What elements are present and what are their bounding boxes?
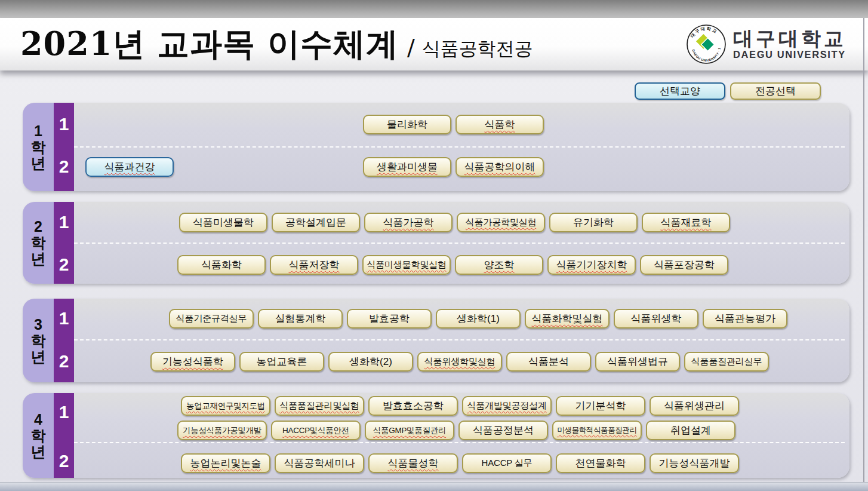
course-button[interactable]: 생화학(2) bbox=[328, 352, 413, 372]
course-row: 농업논리및논술식품공학세미나식품물성학HACCP 실무천연물화학기능성식품개발 bbox=[181, 453, 739, 473]
course-button[interactable]: 식품미생물학 bbox=[179, 213, 267, 232]
year-4-panel: 4학년12농업교재연구및지도법식품품질관리및실험발효효소공학식품개발및공정설계기… bbox=[23, 393, 849, 478]
course-button[interactable]: 식품GMP및품질관리 bbox=[365, 421, 454, 440]
course-button[interactable]: 식품기기장치학 bbox=[547, 255, 636, 275]
semester-divider bbox=[74, 243, 845, 244]
semester-divider bbox=[74, 339, 845, 340]
course-label: 유기화학 bbox=[573, 216, 614, 229]
course-button[interactable]: 발효효소공학 bbox=[368, 396, 458, 416]
course-row: 식품과건강생활과미생물식품공학의이해 bbox=[85, 157, 544, 177]
course-label: 식품위생관리 bbox=[664, 399, 725, 413]
course-label: 발효효소공학 bbox=[383, 399, 444, 413]
course-label: 식품미생물학및실험 bbox=[367, 259, 446, 271]
course-button[interactable]: 식품기준규격실무 bbox=[169, 309, 254, 329]
course-label: 공학설계입문 bbox=[285, 216, 346, 229]
course-label: 식품GMP및품질관리 bbox=[373, 425, 446, 436]
course-button[interactable]: 미생물학적식품품질관리 bbox=[552, 421, 642, 440]
course-label: HACCP및식품안전 bbox=[282, 425, 349, 436]
year-label-char: 년 bbox=[31, 349, 46, 365]
course-button[interactable]: 공학설계입문 bbox=[272, 213, 360, 232]
course-button[interactable]: 식품가공학및실험 bbox=[457, 213, 545, 232]
course-label: 기능성식품가공및개발 bbox=[183, 425, 261, 436]
semester-number: 1 bbox=[54, 212, 74, 232]
course-button[interactable]: 식품재료학 bbox=[642, 213, 730, 232]
course-button[interactable]: 식품물성학 bbox=[368, 453, 458, 473]
title-main: 2021년 교과목 이수체계 bbox=[20, 23, 399, 66]
legend-major-elective[interactable]: 전공선택 bbox=[730, 82, 821, 100]
year-label-2: 2학년 bbox=[23, 202, 54, 284]
course-button[interactable]: 양조학 bbox=[455, 255, 543, 275]
course-button[interactable]: 식품공학세미나 bbox=[275, 453, 364, 473]
course-button[interactable]: 식품위생학 bbox=[614, 309, 698, 329]
year-label-3: 3학년 bbox=[23, 299, 54, 382]
course-label: 식품학 bbox=[485, 118, 515, 131]
course-button[interactable]: 식품가공학 bbox=[364, 213, 453, 232]
course-button[interactable]: 식품위생학및실험 bbox=[417, 352, 502, 372]
course-button[interactable]: 식품분석 bbox=[506, 352, 591, 372]
course-button[interactable]: 천연물화학 bbox=[556, 453, 645, 473]
semester-divider bbox=[74, 146, 845, 148]
course-button[interactable]: 물리화학 bbox=[363, 115, 451, 134]
course-button[interactable]: 농업논리및논술 bbox=[181, 453, 270, 473]
course-button[interactable]: 농업교육론 bbox=[239, 352, 324, 372]
course-button[interactable]: 생화학(1) bbox=[436, 309, 521, 329]
course-button[interactable]: 식품개발및공정설계 bbox=[462, 396, 552, 416]
course-button[interactable]: 식품과건강 bbox=[85, 157, 174, 177]
course-label: 식품품질관리실무 bbox=[691, 356, 762, 367]
course-label: 식품재료학 bbox=[661, 216, 712, 229]
course-label: 식품공학의이해 bbox=[464, 160, 535, 174]
course-label: 기능성식품개발 bbox=[659, 456, 730, 470]
course-label: 취업설계 bbox=[670, 424, 711, 437]
semester-divider bbox=[74, 442, 845, 443]
course-button[interactable]: 기기분석학 bbox=[556, 396, 645, 416]
course-button[interactable]: 식품관능평가 bbox=[703, 309, 787, 329]
course-button[interactable]: 기능성식품학 bbox=[150, 352, 235, 372]
course-label: 생화학(2) bbox=[349, 355, 392, 369]
course-row: 식품기준규격실무실험통계학발효공학생화학(1)식품화학및실험식품위생학식품관능평… bbox=[169, 309, 787, 329]
course-button[interactable]: 식품미생물학및실험 bbox=[362, 255, 451, 275]
course-button[interactable]: 기능성식품가공및개발 bbox=[177, 421, 267, 440]
course-button[interactable]: 식품저장학 bbox=[270, 255, 358, 275]
year-label-1: 1학년 bbox=[23, 103, 54, 191]
course-row: 기능성식품학농업교육론생화학(2)식품위생학및실험식품분석식품위생법규식품품질관… bbox=[150, 352, 769, 372]
slide: 2021년 교과목 이수체계 / 식품공학전공 대 구 대 학 교 DAEGU … bbox=[0, 0, 868, 491]
course-button[interactable]: HACCP 실무 bbox=[462, 453, 552, 473]
course-button[interactable]: 식품품질관리실무 bbox=[684, 352, 769, 372]
course-label: 식품화학 bbox=[201, 258, 242, 272]
course-button[interactable]: 발효공학 bbox=[347, 309, 432, 329]
course-button[interactable]: 식품포장공학 bbox=[640, 255, 728, 275]
course-button[interactable]: 식품학 bbox=[455, 115, 544, 134]
legend-elective-liberal[interactable]: 선택교양 bbox=[635, 82, 725, 100]
course-button[interactable]: 식품공학의이해 bbox=[455, 157, 544, 177]
course-label: 천연물화학 bbox=[575, 456, 626, 470]
course-button[interactable]: 생활과미생물 bbox=[363, 157, 451, 177]
university-logo: 대 구 대 학 교 DAEGU UNIVERSITY · 1956 대구대학교 … bbox=[687, 24, 847, 64]
course-row: 식품화학식품저장학식품미생물학및실험양조학식품기기장치학식품포장공학 bbox=[177, 255, 728, 275]
course-label: 식품가공학 bbox=[383, 216, 434, 229]
semester-number: 1 bbox=[54, 402, 74, 422]
course-label: 식품분석 bbox=[528, 355, 569, 369]
course-button[interactable]: 농업교재연구및지도법 bbox=[181, 396, 270, 416]
course-row: 물리화학식품학 bbox=[363, 115, 544, 134]
course-button[interactable]: 기능성식품개발 bbox=[650, 453, 739, 473]
course-label: 식품포장공학 bbox=[654, 258, 715, 272]
course-button[interactable]: 식품위생법규 bbox=[595, 352, 680, 372]
course-button[interactable]: 식품공정분석 bbox=[458, 421, 548, 440]
semester-strip: 12 bbox=[54, 393, 74, 478]
course-button[interactable]: 실험통계학 bbox=[258, 309, 343, 329]
year-label-char: 년 bbox=[31, 251, 46, 267]
course-button[interactable]: 식품품질관리및실험 bbox=[275, 396, 364, 416]
year-label-char: 2 bbox=[34, 219, 42, 235]
course-label: 식품위생법규 bbox=[607, 355, 668, 369]
logo-text: 대구대학교 DAEGU UNIVERSITY bbox=[733, 29, 847, 60]
course-button[interactable]: HACCP및식품안전 bbox=[271, 421, 361, 440]
course-button[interactable]: 식품화학 bbox=[177, 255, 266, 275]
logo-name-english: DAEGU UNIVERSITY bbox=[733, 49, 847, 60]
course-button[interactable]: 식품위생관리 bbox=[650, 396, 739, 416]
course-button[interactable]: 유기화학 bbox=[549, 213, 638, 232]
course-button[interactable]: 식품화학및실험 bbox=[525, 309, 610, 329]
course-button[interactable]: 취업설계 bbox=[646, 421, 735, 440]
top-bar bbox=[0, 0, 868, 18]
year-label-char: 학 bbox=[31, 428, 46, 444]
course-label: 식품품질관리및실험 bbox=[279, 400, 359, 412]
